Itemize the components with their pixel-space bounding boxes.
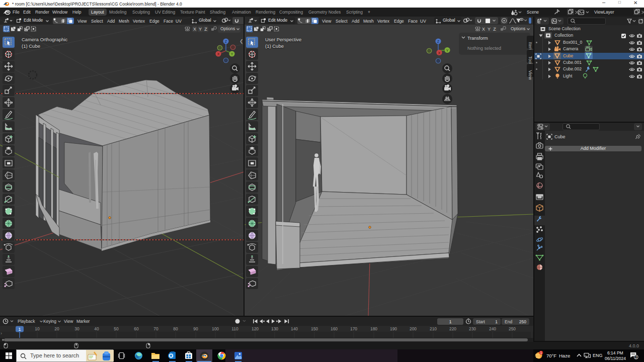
- svg-text:200: 200: [410, 326, 417, 331]
- svg-text:220: 220: [449, 326, 456, 331]
- svg-text:140: 140: [291, 326, 298, 331]
- svg-text:Z: Z: [437, 40, 440, 43]
- svg-text:160: 160: [331, 326, 338, 331]
- svg-text:30: 30: [74, 326, 79, 331]
- svg-text:60: 60: [134, 326, 139, 331]
- svg-text:10: 10: [35, 326, 40, 331]
- svg-text:110: 110: [231, 326, 238, 331]
- svg-text:1: 1: [540, 351, 542, 354]
- svg-text:X: X: [217, 52, 220, 56]
- svg-text:80: 80: [173, 326, 178, 331]
- svg-text:190: 190: [390, 326, 397, 331]
- svg-text:180: 180: [370, 326, 377, 331]
- svg-text:120: 120: [252, 326, 259, 331]
- svg-text:90: 90: [193, 326, 198, 331]
- svg-text:Y: Y: [446, 49, 449, 52]
- svg-text:△: △: [585, 353, 587, 356]
- svg-text:40: 40: [94, 326, 99, 331]
- svg-text:Transform: Transform: [467, 36, 488, 41]
- svg-text:X: X: [438, 51, 441, 55]
- svg-text:210: 210: [430, 326, 437, 331]
- svg-text:130: 130: [271, 326, 278, 331]
- svg-text:170: 170: [350, 326, 357, 331]
- svg-text:100: 100: [212, 326, 219, 331]
- svg-text:Z: Z: [225, 40, 227, 43]
- svg-text:Nothing selected: Nothing selected: [467, 46, 501, 51]
- svg-text:1: 1: [18, 327, 21, 332]
- svg-text:250: 250: [509, 326, 516, 331]
- svg-text:230: 230: [469, 326, 476, 331]
- svg-text:50: 50: [114, 326, 119, 331]
- svg-text:150: 150: [311, 326, 318, 331]
- svg-text:70: 70: [153, 326, 158, 331]
- svg-text:240: 240: [489, 326, 496, 331]
- svg-text:2: 2: [635, 355, 637, 359]
- svg-text:20: 20: [54, 326, 59, 331]
- svg-text:Y: Y: [231, 52, 233, 56]
